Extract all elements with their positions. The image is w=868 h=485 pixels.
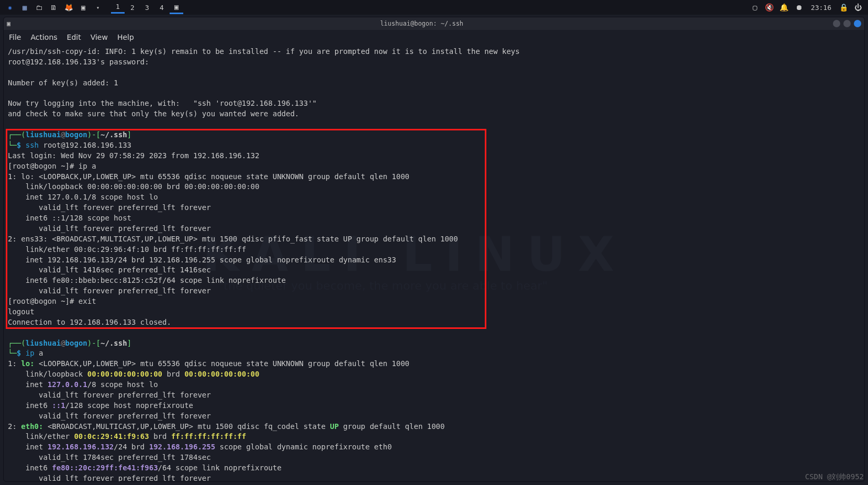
terminal-window: ▣ liushuai@bogon: ~/.ssh File Actions Ed… <box>3 17 865 482</box>
terminal-icon[interactable]: ▣ <box>76 1 90 14</box>
window-titlebar[interactable]: ▣ liushuai@bogon: ~/.ssh <box>4 17 864 30</box>
editor-icon[interactable]: 🗎 <box>47 1 61 14</box>
workspace-3[interactable]: 3 <box>140 1 154 14</box>
menu-file[interactable]: File <box>9 33 21 41</box>
workspace-4[interactable]: 4 <box>155 1 169 14</box>
menu-help[interactable]: Help <box>117 33 134 41</box>
dropdown-icon[interactable]: ▾ <box>91 1 105 14</box>
workspace-2[interactable]: 2 <box>126 1 139 14</box>
screen-icon[interactable]: ▢ <box>748 1 762 14</box>
workspace-1[interactable]: 1 <box>111 1 125 14</box>
power-icon[interactable]: ⏻ <box>851 1 865 14</box>
notifications-icon[interactable]: 🔔 <box>777 1 791 14</box>
csdn-watermark: CSDN @刘帅0952 <box>805 472 864 482</box>
volume-mute-icon[interactable]: 🔇 <box>763 1 776 14</box>
lock-icon[interactable]: 🔒 <box>837 1 850 14</box>
title-app-icon: ▣ <box>7 20 10 27</box>
terminal-menubar: File Actions Edit View Help <box>4 30 864 45</box>
desktop-taskbar: ✸ ▦ 🗀 🗎 🦊 ▣ ▾ 1 2 3 4 ▣ ▢ 🔇 🔔 ⏺ 23:16 🔒 … <box>0 0 868 15</box>
menu-edit[interactable]: Edit <box>67 33 81 41</box>
window-minimize-button[interactable] <box>833 20 840 27</box>
kali-menu-icon[interactable]: ✸ <box>3 1 17 14</box>
record-icon[interactable]: ⏺ <box>792 1 806 14</box>
window-maximize-button[interactable] <box>843 20 851 27</box>
terminal-output[interactable]: /usr/bin/ssh-copy-id: INFO: 1 key(s) rem… <box>4 45 864 482</box>
clock[interactable]: 23:16 <box>807 4 836 12</box>
active-window-icon[interactable]: ▣ <box>170 1 183 14</box>
firefox-icon[interactable]: 🦊 <box>62 1 75 14</box>
menu-actions[interactable]: Actions <box>30 33 57 41</box>
app-icon-1[interactable]: ▦ <box>18 1 31 14</box>
window-title: liushuai@bogon: ~/.ssh <box>10 20 833 27</box>
menu-view[interactable]: View <box>91 33 108 41</box>
files-icon[interactable]: 🗀 <box>32 1 46 14</box>
window-close-button[interactable] <box>854 20 861 27</box>
